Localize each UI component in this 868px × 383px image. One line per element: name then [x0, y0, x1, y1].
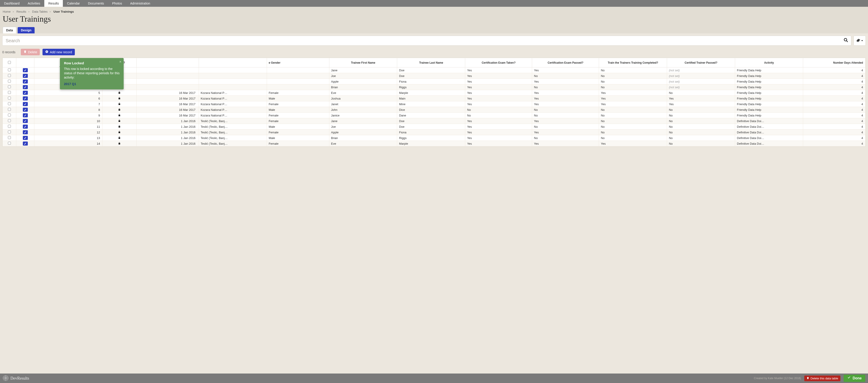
- delete-button[interactable]: Delete: [21, 49, 40, 55]
- header-edit: [16, 58, 34, 68]
- row-locked-popover: × Row Locked This row is locked accordin…: [60, 58, 124, 90]
- cell-exam-taken: Yes: [465, 124, 532, 130]
- cell-last-name: Fiona: [397, 79, 465, 84]
- edit-row-button[interactable]: [16, 141, 34, 146]
- svg-point-0: [844, 38, 847, 41]
- cell-last-name: Doe: [397, 124, 465, 130]
- nav-activities[interactable]: Activities: [24, 0, 44, 7]
- cell-location: [199, 68, 267, 73]
- nav-dashboard[interactable]: Dashboard: [0, 0, 24, 7]
- edit-row-button[interactable]: [16, 118, 34, 124]
- header-trainee-last-name[interactable]: Trainee Last Name: [397, 58, 465, 68]
- edit-row-button[interactable]: [16, 113, 34, 118]
- add-new-record-button[interactable]: Add new record: [42, 49, 74, 55]
- edit-row-button[interactable]: [16, 90, 34, 96]
- cell-exam-taken: Yes: [465, 79, 532, 84]
- edit-row-button[interactable]: [16, 124, 34, 130]
- edit-row-button[interactable]: [16, 107, 34, 113]
- breadcrumb-link[interactable]: Home: [3, 10, 11, 13]
- row-checkbox[interactable]: [3, 135, 16, 141]
- chevron-right-icon: ▸: [13, 10, 14, 13]
- breadcrumb-link[interactable]: Data Tables: [32, 10, 48, 13]
- table-header-row: Key Value↑ Locked? e Gender Trainee Firs…: [3, 58, 866, 68]
- row-checkbox[interactable]: [3, 73, 16, 79]
- nav-administration[interactable]: Administration: [126, 0, 154, 7]
- edit-row-button[interactable]: [16, 68, 34, 73]
- edit-row-button[interactable]: [16, 101, 34, 107]
- edit-row-button[interactable]: [16, 96, 34, 101]
- cell-locked[interactable]: [102, 90, 136, 96]
- header-select-all[interactable]: [3, 58, 16, 68]
- cell-exam-passed: Yes: [532, 118, 599, 124]
- cell-first-name: Janet: [329, 101, 397, 107]
- row-checkbox[interactable]: [3, 124, 16, 130]
- cell-locked[interactable]: [102, 141, 136, 146]
- row-checkbox[interactable]: [3, 101, 16, 107]
- row-checkbox[interactable]: [3, 79, 16, 84]
- row-checkbox[interactable]: [3, 84, 16, 90]
- cell-locked[interactable]: [102, 113, 136, 118]
- cell-exam-taken: Yes: [465, 68, 532, 73]
- table-row: 816 Mar 2017Kozara National P…MaleJohnDi…: [3, 107, 866, 113]
- tab-data[interactable]: Data: [3, 27, 16, 33]
- cell-activity: Friendly Data Help: [735, 84, 803, 90]
- settings-button[interactable]: [854, 36, 866, 45]
- cell-first-name: Jane: [329, 118, 397, 124]
- header-tt-completed[interactable]: Train the Trainers Training Completed?: [599, 58, 667, 68]
- table-row: 4BrianRiggsYesNoNo(not set)Friendly Data…: [3, 84, 866, 90]
- header-location-hidden[interactable]: [199, 58, 267, 68]
- cell-locked[interactable]: [102, 101, 136, 107]
- cell-first-name: Joshua: [329, 96, 397, 101]
- cell-date: 1 Jan 2016: [136, 141, 199, 146]
- header-exam-taken[interactable]: Certification Exam Taken?: [465, 58, 532, 68]
- row-checkbox[interactable]: [3, 90, 16, 96]
- header-gender-partial[interactable]: e Gender: [267, 58, 329, 68]
- cell-locked[interactable]: [102, 118, 136, 124]
- cell-last-name: Doe: [397, 68, 465, 73]
- header-days-attended[interactable]: Number Days Attended: [803, 58, 866, 68]
- search-input[interactable]: [2, 36, 851, 45]
- delete-data-table-button[interactable]: Delete this data table: [804, 376, 840, 381]
- done-button[interactable]: Done: [844, 375, 865, 382]
- tab-design[interactable]: Design: [18, 27, 35, 33]
- edit-row-button[interactable]: [16, 84, 34, 90]
- row-checkbox[interactable]: [3, 130, 16, 135]
- cell-location: [199, 73, 267, 79]
- row-checkbox[interactable]: [3, 141, 16, 146]
- nav-documents[interactable]: Documents: [84, 0, 108, 7]
- cell-gender: Male: [267, 96, 329, 101]
- breadcrumb: Home▸Results▸Data Tables▸User Trainings: [3, 8, 865, 14]
- lock-icon: [118, 136, 121, 140]
- header-date-hidden[interactable]: [136, 58, 199, 68]
- row-checkbox[interactable]: [3, 68, 16, 73]
- edit-row-button[interactable]: [16, 79, 34, 84]
- close-icon[interactable]: ×: [119, 60, 121, 64]
- search-icon[interactable]: [844, 38, 848, 43]
- edit-row-button[interactable]: [16, 135, 34, 141]
- cell-locked[interactable]: [102, 130, 136, 135]
- nav-results[interactable]: Results: [44, 0, 63, 7]
- nav-photos[interactable]: Photos: [108, 0, 126, 7]
- row-checkbox[interactable]: [3, 96, 16, 101]
- cell-tt-completed: Yes: [599, 141, 667, 146]
- cell-locked[interactable]: [102, 96, 136, 101]
- header-exam-passed[interactable]: Certification Exam Passed?: [532, 58, 599, 68]
- header-activity[interactable]: Activity: [735, 58, 803, 68]
- edit-row-button[interactable]: [16, 73, 34, 79]
- row-checkbox[interactable]: [3, 107, 16, 113]
- header-cert-trainer-passed[interactable]: Certified Trainer Passed?: [667, 58, 735, 68]
- popover-period-link[interactable]: 2017 Q1: [64, 82, 76, 86]
- popover-title: Row Locked: [64, 61, 120, 65]
- popover-body: This row is locked according to the stat…: [64, 67, 120, 86]
- header-trainee-first-name[interactable]: Trainee First Name: [329, 58, 397, 68]
- edit-row-button[interactable]: [16, 130, 34, 135]
- row-checkbox[interactable]: [3, 118, 16, 124]
- cell-locked[interactable]: [102, 107, 136, 113]
- breadcrumb-link[interactable]: Results: [17, 10, 26, 13]
- cell-key-value: 9: [34, 113, 102, 118]
- nav-calendar[interactable]: Calendar: [63, 0, 84, 7]
- row-checkbox[interactable]: [3, 113, 16, 118]
- cell-locked[interactable]: [102, 124, 136, 130]
- cell-cert-trainer: (not set): [667, 84, 735, 90]
- cell-locked[interactable]: [102, 135, 136, 141]
